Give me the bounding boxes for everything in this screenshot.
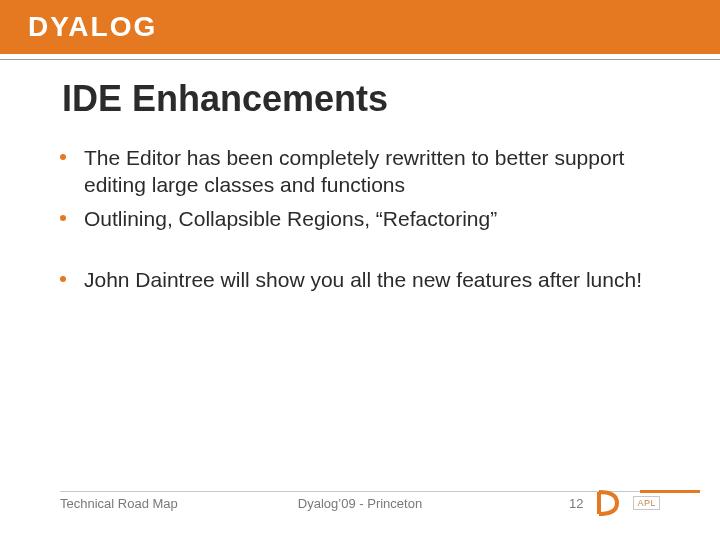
d-mark-icon — [597, 490, 619, 516]
footer-center: Dyalog’09 - Princeton — [298, 496, 422, 511]
slide-body: The Editor has been completely rewritten… — [0, 120, 720, 540]
apl-badge: APL — [633, 496, 660, 510]
brand-logo: DYALOG — [28, 11, 157, 43]
bullet-item: Outlining, Collapsible Regions, “Refacto… — [60, 205, 660, 232]
footer-right: 12 APL — [569, 490, 660, 516]
footer-left: Technical Road Map — [60, 496, 178, 511]
bullet-text: John Daintree will show you all the new … — [84, 266, 660, 293]
page-number: 12 — [569, 496, 583, 511]
header-bar: DYALOG — [0, 0, 720, 54]
bullet-icon — [60, 276, 66, 282]
slide-title: IDE Enhancements — [62, 78, 720, 120]
bullet-group-2: John Daintree will show you all the new … — [60, 266, 660, 293]
header-divider — [0, 54, 720, 60]
bullet-item: John Daintree will show you all the new … — [60, 266, 660, 293]
bullet-icon — [60, 215, 66, 221]
bullet-text: The Editor has been completely rewritten… — [84, 144, 660, 199]
bullet-icon — [60, 154, 66, 160]
bullet-text: Outlining, Collapsible Regions, “Refacto… — [84, 205, 660, 232]
bullet-item: The Editor has been completely rewritten… — [60, 144, 660, 199]
slide: DYALOG IDE Enhancements The Editor has b… — [0, 0, 720, 540]
footer: Technical Road Map Dyalog’09 - Princeton… — [0, 490, 720, 516]
bullet-group-1: The Editor has been completely rewritten… — [60, 144, 660, 232]
